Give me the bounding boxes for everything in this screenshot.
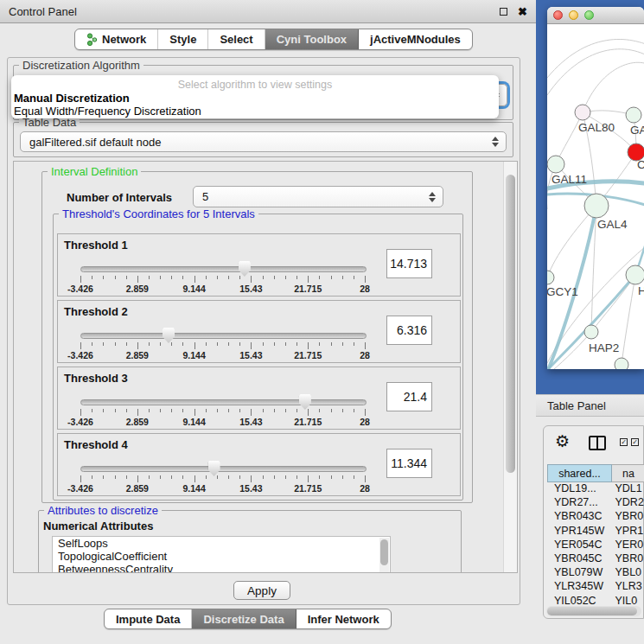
slider-tick-label: -3.426 [67,483,93,494]
network-node-label: H [638,284,644,297]
settings-vertical-scrollbar[interactable] [503,162,517,572]
network-node[interactable] [626,107,641,123]
slider-tick [194,409,195,416]
slider-tick-label: 28 [360,284,370,294]
slider-thumb[interactable] [239,261,251,277]
slider-tick-label: 9.144 [182,483,205,494]
attribute-list-item[interactable]: BetweennessCentrality [53,563,390,573]
scrollbar-thumb[interactable] [506,175,515,473]
column-header-name[interactable]: na [612,464,644,482]
attributes-group-label: Attributes to discretize [44,504,162,517]
close-traffic-light-icon[interactable] [553,10,563,20]
minimize-traffic-light-icon[interactable] [569,10,578,20]
slider-tick [239,276,240,279]
slider-tick [182,409,183,412]
network-edge[interactable] [583,62,644,112]
checkbox-icon[interactable]: ✓ [631,438,639,446]
network-window[interactable]: GAL80GACGAL11GAL4GCY1HHAP2 [547,7,644,369]
slider-track[interactable] [80,333,367,339]
tab-style[interactable]: Style [158,29,208,49]
split-columns-icon[interactable] [589,436,606,450]
tab-discretize-data[interactable]: Discretize Data [192,609,296,628]
tab-cyni-toolbox[interactable]: Cyni Toolbox [265,29,359,49]
network-node[interactable] [547,271,554,284]
slider-thumb[interactable] [208,461,220,476]
slider-tick [239,342,240,346]
scrollbar-thumb[interactable] [547,607,637,615]
tab-select[interactable]: Select [208,29,265,49]
network-node[interactable] [547,156,564,173]
threshold-label: Threshold 3 [64,372,128,385]
network-graph[interactable]: GAL80GACGAL11GAL4GCY1HHAP2 [547,24,644,369]
network-node[interactable] [584,325,598,339]
gear-icon[interactable]: ⚙ [555,431,570,450]
slider-tick [263,475,264,479]
slider-thumb[interactable] [163,328,175,343]
popup-option-equal-width[interactable]: Equal Width/Frequency Discretization [14,105,201,118]
table-row[interactable]: YBL079W YBL0 [547,566,644,580]
tab-network[interactable]: Network [75,29,158,49]
slider-track[interactable] [80,399,367,405]
slider-tick-label: -3.426 [67,284,93,294]
table-row[interactable]: YPR145W YPR1 [547,525,644,539]
slider-tick [274,342,275,346]
tab-impute-data[interactable]: Impute Data [105,609,192,628]
slider-tick-label: 28 [360,350,370,360]
slider-tick [160,475,161,479]
threshold-value-field[interactable]: 6.316 [386,316,432,345]
cell-shared-name: YDR27... [547,496,608,510]
app-root: Control Panel ✖ Network Style Select Cyn… [0,0,644,644]
network-edge[interactable] [547,39,644,78]
number-of-intervals-combo[interactable]: 5 [193,186,443,207]
column-header-shared[interactable]: shared... [547,464,612,482]
slider-tick [160,276,161,279]
slider-tick [137,475,138,482]
threshold-value-field[interactable]: 21.4 [386,382,432,411]
list-scrollbar[interactable] [379,538,389,573]
network-node[interactable] [575,105,590,120]
slider-tick-label: 15.43 [239,417,262,427]
popup-option-manual-discretization[interactable]: Manual Discretization [14,92,130,105]
slider-thumb[interactable] [299,394,311,410]
slider-tick-label: 21.715 [294,483,322,494]
network-node[interactable] [615,358,628,369]
threshold-value-field[interactable]: 11.344 [386,449,432,478]
slider-tick [137,409,138,416]
close-icon[interactable]: ✖ [518,6,527,17]
numerical-attributes-list[interactable]: SelfLoopsTopologicalCoefficientBetweenne… [52,536,391,573]
horizontal-scrollbar[interactable] [546,606,641,616]
table-panel-titlebar: Table Panel [536,394,644,417]
slider-track[interactable] [80,466,367,472]
threshold-value-field[interactable]: 14.713 [386,249,432,278]
network-node[interactable] [626,265,644,284]
numerical-attributes-label: Numerical Attributes [43,520,153,532]
table-row[interactable]: YDR27... YDR2 [547,496,644,510]
slider-track[interactable] [80,266,367,272]
attribute-list-item[interactable]: TopologicalCoefficient [53,550,390,563]
table-row[interactable]: YBR043C YBR0 [547,510,644,524]
attribute-list-item[interactable]: SelfLoops [53,537,390,550]
tab-infer-network[interactable]: Infer Network [296,609,391,628]
threshold-item: Threshold 2 -3.4262.8599.14415.4321.7152… [57,300,461,363]
column-header-shared-label: shared... [558,468,601,480]
popup-placeholder-option[interactable]: Select algorithm to view settings [11,79,499,91]
slider-tick [171,342,172,346]
table-row[interactable]: YLR345W YLR3 [547,580,644,594]
tab-jactivemnodules[interactable]: jActiveMNodules [359,29,472,49]
slider-tick [115,409,116,412]
slider-tick [296,276,297,279]
table-row[interactable]: YBR045C YBR0 [547,552,644,566]
network-node[interactable] [584,194,609,218]
interval-definition-group-label: Interval Definition [48,165,141,178]
table-row[interactable]: YER054C YER0 [547,539,644,552]
algorithm-dropdown-popup: Select algorithm to view settings Manual… [11,75,499,118]
checkbox-icon[interactable]: ✓ [620,438,628,446]
slider-tick [342,409,343,412]
slider-tick [115,475,116,479]
zoom-traffic-light-icon[interactable] [584,10,594,20]
table-data-combo[interactable]: galFiltered.sif default node [20,131,507,152]
apply-button[interactable]: Apply [233,581,290,600]
float-window-icon[interactable] [500,8,507,16]
table-row[interactable]: YDL19... YDL1 [547,482,644,496]
network-edge-thick[interactable] [635,207,644,275]
